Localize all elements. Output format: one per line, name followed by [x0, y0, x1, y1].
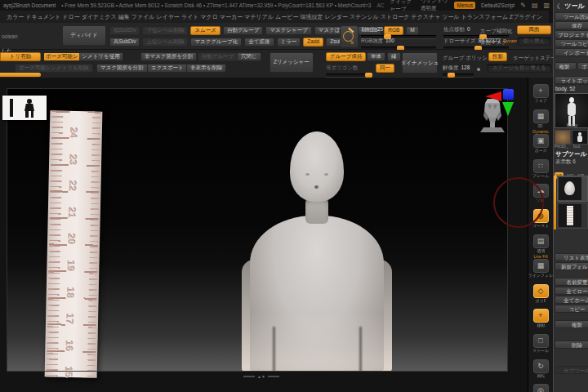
group-polish-label[interactable]: グループ ポリッシュ [443, 55, 493, 62]
menu-item[interactable]: ダイナミクス [82, 13, 117, 21]
split-unmasked-button[interactable]: 非マスク箇所を分割 [140, 52, 197, 61]
dynamesh-button[interactable]: ダイナメッシュ [402, 52, 438, 74]
subtool-action-button[interactable]: 削除 [555, 341, 588, 349]
right-shelf-item[interactable]: □ スケール [529, 330, 553, 354]
partial-orange-bar[interactable] [0, 73, 41, 77]
menu-item[interactable]: レンダー [324, 13, 348, 21]
shelf-button[interactable]: スムーズ [190, 26, 220, 35]
menu-item[interactable]: ドキュメント [25, 13, 60, 21]
right-shelf-item[interactable]: ◎ ズーム [529, 380, 553, 392]
menu-item[interactable]: ドロー [62, 13, 79, 21]
right-shelf-item[interactable]: ▦ 3D [529, 105, 553, 129]
close-holes-button[interactable]: 穴閉じ [237, 52, 261, 61]
zscript-name[interactable]: DefaultZScript [481, 2, 514, 8]
tool-panel-button[interactable]: プロジェクト読 [555, 30, 588, 38]
axis-x-arrow[interactable] [485, 91, 501, 101]
menu-item[interactable]: ムービー [275, 13, 298, 21]
axis-y-arrow[interactable] [502, 102, 514, 116]
window-opacity-control[interactable]: ウィンドウ透明度 [421, 0, 449, 11]
recent-tool-thumb-rock[interactable] [555, 130, 571, 145]
rgb-intensity-slider[interactable]: RGB強度100 [361, 38, 436, 51]
menu-item[interactable]: ステンシル [350, 13, 379, 21]
edge-button[interactable]: 縁 [387, 52, 401, 61]
tool-panel-button[interactable]: 複製 [555, 62, 577, 70]
menu-item[interactable]: マテリアル [244, 13, 274, 21]
subtool-action-button[interactable]: 全てロー [555, 287, 588, 295]
zremesher-button[interactable]: Zリメッシャー [270, 52, 314, 73]
right-shelf-item[interactable]: ∷ フレーム [529, 155, 553, 179]
pickup-button[interactable]: 切り替え [517, 37, 551, 46]
menu-item[interactable]: カラー [7, 13, 24, 21]
subtool-action-button[interactable]: 名前変更 [555, 278, 588, 286]
menu-item[interactable]: 環境設定 [300, 13, 323, 21]
same-button[interactable]: 同一 [376, 64, 394, 73]
recent-tool-thumb-body[interactable] [572, 130, 588, 145]
auto-group-button[interactable]: 自動グループ [198, 52, 238, 61]
reference-thumbnail[interactable] [2, 96, 47, 120]
brush-icon[interactable]: ▥ [543, 2, 550, 9]
right-shelf-item[interactable]: + フロア [529, 80, 553, 104]
menu-item[interactable]: Zプラグイン [510, 13, 542, 21]
subtool-action-button[interactable]: 新規フォルダ [555, 262, 588, 270]
menus-button[interactable]: Menus [454, 2, 475, 9]
menu-item[interactable]: ツール [442, 13, 459, 21]
split-masked-button[interactable]: マスク箇所を分割 [96, 64, 148, 73]
shelf-button[interactable]: ミラー [277, 38, 301, 47]
delete-posable-symmetry-button[interactable]: ポーズ可能シンメトリを削除 [15, 64, 93, 73]
right-shelf-item[interactable]: + 移動 [529, 305, 553, 328]
shelf-button[interactable]: 低SubDiv [109, 26, 140, 35]
menu-item[interactable]: トランスフォーム [461, 13, 508, 21]
shelf-button[interactable]: 自動グループ [223, 26, 263, 35]
shelf-button[interactable]: Zadd [303, 38, 323, 47]
group-keep-button[interactable]: グループ保持 [326, 52, 366, 61]
backface-mask-label[interactable]: 背面マスク [480, 39, 507, 47]
single-button[interactable]: 単体 [367, 52, 385, 61]
menu-item[interactable]: マクロ [200, 13, 218, 21]
shelf-button[interactable]: マスクグループ化 [190, 38, 242, 47]
menu-item[interactable]: レイヤー [156, 13, 180, 21]
menu-item[interactable]: マーカー [220, 13, 243, 21]
lazy-mouse-icon[interactable]: S [340, 25, 359, 48]
subtool-action-button[interactable]: リスト表示 [555, 253, 588, 261]
shelf-button[interactable]: 下位レベル削除 [142, 26, 188, 35]
target-stage-label[interactable]: ターゲットステー [513, 55, 556, 62]
lightbox-button[interactable]: ライトボック [555, 76, 588, 84]
right-shelf-item[interactable]: Dynamic ▣ ポーズ [529, 130, 553, 154]
menu-item[interactable]: ファイル [131, 13, 155, 21]
tool-panel-button[interactable]: ツールコピー [555, 39, 588, 47]
subtool-count[interactable]: 表示数 6 [555, 158, 576, 166]
subtool-item-selected[interactable] [557, 176, 588, 202]
delete-hidden-button[interactable]: 非表示を削除 [186, 64, 226, 73]
subtool-action-button[interactable]: サブツール [555, 366, 588, 374]
shelf-button[interactable]: 全て拡張 [244, 38, 274, 47]
script-icon[interactable]: ✎ [520, 2, 526, 9]
tool-panel-button[interactable]: ポリ [577, 62, 588, 70]
export-button[interactable]: エクスポート [147, 64, 188, 73]
tool-panel-button[interactable]: ツール読込 [555, 12, 588, 20]
equal-poly-slider[interactable]: 等ポリゴン数 [326, 65, 372, 78]
doc-icon[interactable]: ▤ [532, 2, 538, 9]
dual-sided-button[interactable]: 両面 [517, 25, 551, 34]
menu-item[interactable]: テクスチャ [412, 13, 441, 21]
projection-button[interactable]: 投影 [488, 52, 507, 61]
shelf-button[interactable]: マスクシャープ [265, 26, 311, 35]
menu-item[interactable]: ライト [181, 13, 199, 21]
subtool-action-button[interactable]: コピー [555, 305, 588, 313]
menu-item[interactable]: ストローク [381, 13, 410, 21]
resolution-slider[interactable]: 解像度128 [443, 65, 474, 78]
tool-panel-button[interactable]: インポート [555, 48, 588, 56]
divide-button[interactable]: ディバイド [62, 25, 106, 46]
subtool-action-button[interactable]: 複製 [555, 320, 588, 328]
stage-switch-field[interactable]: ステージを切り替える [487, 64, 552, 73]
axis-origin-cube[interactable] [503, 89, 514, 100]
menu-item[interactable]: 編集 [118, 13, 130, 21]
right-shelf-item[interactable]: ◇ ポリF [529, 280, 553, 304]
quick-save-button[interactable]: クイックセーブ [390, 0, 415, 11]
symmetry-button[interactable]: トリ有効 [0, 52, 41, 61]
right-shelf-item[interactable]: ↻ 回転 [529, 355, 553, 379]
use-posable-symmetry-button[interactable]: ポーズ可能シ ンメトリを使用 [43, 52, 123, 61]
tool-panel-button[interactable]: 保存 [555, 21, 588, 29]
shelf-button[interactable]: 上位レベル削除 [142, 38, 188, 47]
subtool-item[interactable] [557, 203, 588, 229]
shelf-button[interactable]: 高SubDiv [109, 38, 140, 47]
